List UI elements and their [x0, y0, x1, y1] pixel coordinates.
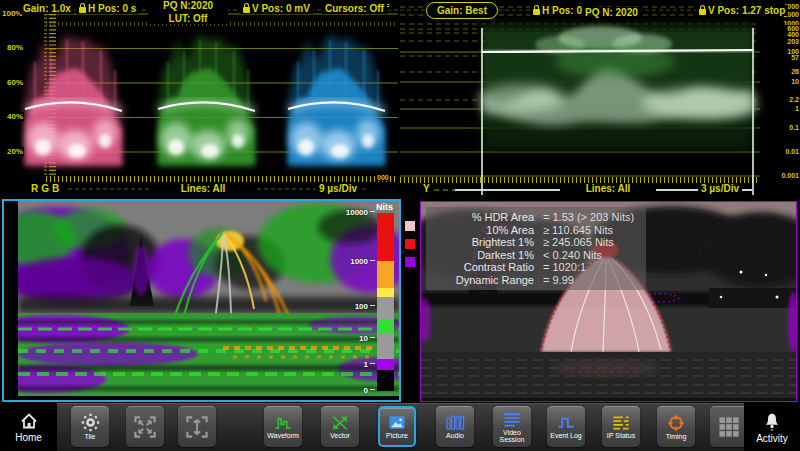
lock-icon — [699, 9, 706, 15]
vector-icon — [330, 414, 350, 431]
timing-icon — [666, 414, 686, 432]
code-value-bottom: 000 — [376, 174, 390, 181]
picture-button[interactable]: Picture — [378, 406, 416, 447]
axis-label: 40% — [6, 112, 24, 121]
axis-label: 57 — [765, 54, 799, 61]
prism-monitor-screen: Gain: 1.0x H Pos: 0 s PQ N:2020 LUT: Off… — [0, 0, 800, 451]
pq-readout[interactable]: PQ N:2020 — [148, 0, 228, 11]
tile-waveform-rgb[interactable]: Gain: 1.0x H Pos: 0 s PQ N:2020 LUT: Off… — [0, 0, 400, 199]
lut-readout[interactable]: LUT: Off — [148, 13, 228, 24]
gain-readout-selected[interactable]: Gain: Best — [426, 2, 498, 19]
expand-tile-button[interactable] — [126, 406, 164, 447]
nits-label: 1000 — [333, 257, 375, 266]
waveform-icon — [273, 414, 293, 431]
axis-label: 0.01 — [765, 148, 799, 155]
lines-readout[interactable]: Lines: All — [150, 183, 256, 194]
nits-label: 1 — [333, 360, 375, 369]
timing-label: Timing — [666, 433, 687, 440]
nits-seg-purple — [377, 359, 394, 370]
time-scale-readout: 9 µs/Div — [316, 183, 360, 194]
tile-picture-hdr-measure[interactable]: % HDR Area= 1.53 (> 203 Nits) 10% Area≥ … — [420, 201, 797, 402]
display-mode-label: RGB — [28, 183, 65, 194]
home-label: Home — [15, 432, 42, 443]
ip-status-icon — [611, 414, 631, 431]
nits-seg-black — [377, 370, 394, 391]
waveform-button[interactable]: Waveform — [264, 406, 302, 447]
stat-label: Brightest 1% — [430, 236, 534, 249]
nits-scale-bar — [377, 213, 394, 391]
h-pos-readout[interactable]: H Pos: 0 s — [76, 3, 139, 14]
tile-waveform-luma[interactable]: Gain: Best H Pos: 0 s PQ N: 2020 V Pos: … — [400, 0, 800, 199]
grid-view-button[interactable] — [710, 406, 748, 447]
axis-label: 1 — [765, 105, 799, 112]
axis-label: 26 — [765, 68, 799, 75]
display-mode-label: Y — [420, 183, 433, 194]
lock-icon — [79, 7, 86, 13]
v-pos-readout[interactable]: V Pos: 1.27 stop — [696, 5, 788, 16]
pq-readout[interactable]: PQ N: 2020 — [582, 7, 641, 18]
tile-button[interactable]: Tile — [71, 406, 109, 447]
video-session-label: Video Session — [493, 429, 531, 443]
nits-seg-orange — [377, 261, 394, 288]
lines-readout[interactable]: Lines: All — [560, 183, 656, 194]
nits-label: 10 — [333, 334, 375, 343]
audio-button[interactable]: Audio — [436, 406, 474, 447]
nits-seg-red — [377, 213, 394, 261]
stat-value: = 1.53 (> 203 Nits) — [543, 211, 634, 224]
legend-swatch-hdr-area — [405, 221, 415, 231]
stat-row: 10% Area≥ 110.645 Nits — [430, 224, 634, 237]
nits-seg-gray2 — [377, 334, 394, 359]
rgb-parade-waveform-graphic — [0, 0, 400, 199]
activity-label: Activity — [756, 433, 788, 444]
stat-label: Contrast Ratio — [430, 261, 534, 274]
legend-swatch-darkest — [405, 257, 415, 267]
ip-status-label: IP Status — [607, 432, 635, 439]
stat-row: Darkest 1%< 0.240 Nits — [430, 249, 634, 262]
grid-icon — [717, 415, 741, 439]
video-session-button[interactable]: Video Session — [493, 406, 531, 447]
stat-label: Darkest 1% — [430, 249, 534, 262]
stat-value: ≥ 245.065 Nits — [543, 236, 614, 249]
axis-label: 203 — [765, 38, 799, 45]
gain-readout[interactable]: Gain: 1.0x — [20, 3, 74, 14]
axis-label: 60% — [6, 78, 24, 87]
cursors-readout[interactable]: Cursors: Off — [322, 3, 387, 14]
axis-label: 0.001 — [765, 172, 799, 179]
ip-status-button[interactable]: IP Status — [602, 406, 640, 447]
home-button[interactable]: Home — [0, 403, 57, 451]
event-log-label: Event Log — [550, 432, 582, 439]
tile-picture-false-color[interactable]: Nits 10000 1000 100 10 1 0 — [2, 199, 401, 402]
activity-button[interactable]: Activity — [744, 403, 800, 451]
expand-icon — [133, 415, 157, 439]
nits-seg-yellow — [377, 288, 394, 297]
stat-row: Brightest 1%≥ 245.065 Nits — [430, 236, 634, 249]
axis-label: 80% — [6, 43, 24, 52]
v-pos-readout[interactable]: V Pos: 0 mV — [240, 3, 313, 14]
picture-icon — [387, 414, 407, 431]
stat-value: = 1020:1 — [543, 261, 586, 274]
stat-label: Dynamic Range — [430, 274, 534, 287]
lock-icon — [533, 9, 540, 15]
stat-value: = 9.99 — [543, 274, 574, 287]
stat-value: ≥ 110.645 Nits — [543, 224, 613, 237]
event-log-button[interactable]: Event Log — [547, 406, 585, 447]
stat-label: % HDR Area — [430, 211, 534, 224]
bottom-toolbar: Home Tile Wavefo — [0, 403, 800, 451]
vertical-expand-icon — [185, 415, 209, 439]
axis-label: 0.1 — [765, 124, 799, 131]
vector-button[interactable]: Vector — [321, 406, 359, 447]
timing-button[interactable]: Timing — [657, 406, 695, 447]
audio-icon — [445, 414, 465, 431]
letterbox-bar — [4, 201, 18, 396]
time-scale-readout: 3 µs/Div — [698, 183, 742, 194]
event-log-icon — [556, 414, 576, 431]
expand-vertical-button[interactable] — [178, 406, 216, 447]
video-session-icon — [502, 411, 522, 428]
vector-label: Vector — [330, 432, 350, 439]
nits-label: 0 — [333, 386, 375, 395]
bell-icon — [761, 411, 783, 432]
stat-label: 10% Area — [430, 224, 534, 237]
axis-label: 10 — [765, 78, 799, 85]
hdr-stats-panel: % HDR Area= 1.53 (> 203 Nits) 10% Area≥ … — [426, 207, 646, 290]
lock-icon — [243, 7, 250, 13]
